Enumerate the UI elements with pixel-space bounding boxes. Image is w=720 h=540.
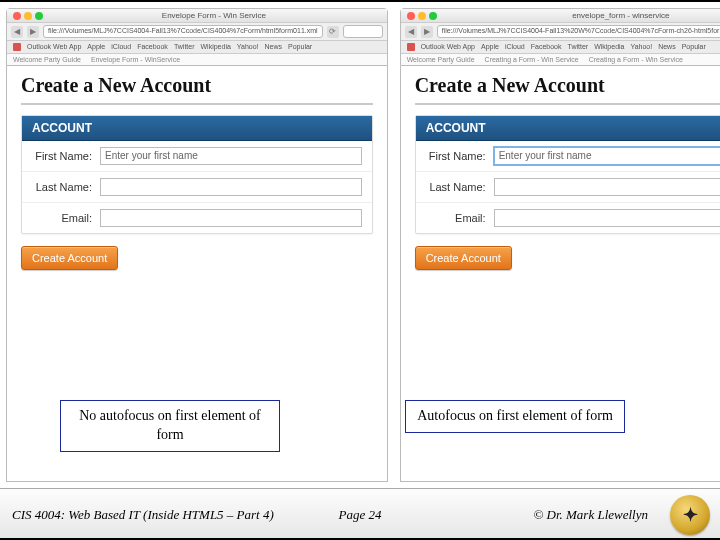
back-icon[interactable]: ◀	[11, 26, 23, 38]
url-bar[interactable]: file:///Volumes/MLJ%7CCIS4004-Fall13%20W…	[437, 25, 720, 38]
bookmark-item[interactable]: Popular	[288, 43, 312, 51]
bookmark-item[interactable]: Apple	[481, 43, 499, 51]
last-name-input[interactable]	[494, 178, 720, 196]
bookmark-item[interactable]: Outlook Web App	[27, 43, 81, 51]
email-input[interactable]	[494, 209, 720, 227]
caption-right: Autofocus on first element of form	[405, 400, 625, 433]
back-icon[interactable]: ◀	[405, 26, 417, 38]
tab[interactable]: Creating a Form - Win Service	[589, 56, 683, 63]
ucf-logo-icon: ✦	[670, 495, 710, 535]
browser-chrome-right: envelope_form - winservice ◀ ▶ file:///V…	[400, 8, 720, 66]
field-row-first-name: First Name: Enter your first name	[22, 141, 372, 172]
tab[interactable]: Welcome Party Guide	[13, 56, 81, 63]
bookmark-item[interactable]: iCloud	[505, 43, 525, 51]
browser-chrome-left: Envelope Form - Win Service ◀ ▶ file:///…	[6, 8, 388, 66]
create-account-button[interactable]: Create Account	[415, 246, 512, 270]
title-underline	[415, 103, 720, 105]
footer-page: Page 24	[339, 507, 382, 523]
field-row-first-name: First Name: Enter your first name	[416, 141, 720, 172]
email-input[interactable]	[100, 209, 362, 227]
field-row-email: Email:	[416, 203, 720, 233]
bookmark-item[interactable]: Wikipedia	[201, 43, 231, 51]
bookmark-icon	[13, 43, 21, 51]
bookmark-item[interactable]: Yahoo!	[630, 43, 652, 51]
tab[interactable]: Welcome Party Guide	[407, 56, 475, 63]
bookmark-item[interactable]: Twitter	[174, 43, 195, 51]
bookmark-item[interactable]: Wikipedia	[594, 43, 624, 51]
footer-copyright: © Dr. Mark Llewellyn	[533, 507, 648, 523]
close-icon[interactable]	[407, 12, 415, 20]
bookmark-item[interactable]: News	[265, 43, 283, 51]
last-name-label: Last Name:	[426, 181, 494, 193]
email-label: Email:	[32, 212, 100, 224]
first-name-label: First Name:	[426, 150, 494, 162]
window-controls	[407, 12, 437, 20]
last-name-input[interactable]	[100, 178, 362, 196]
email-label: Email:	[426, 212, 494, 224]
window-title: envelope_form - winservice	[441, 11, 720, 20]
tab[interactable]: Creating a Form - Win Service	[485, 56, 579, 63]
search-box[interactable]	[343, 25, 383, 38]
forward-icon[interactable]: ▶	[421, 26, 433, 38]
caption-left: No autofocus on first element of form	[60, 400, 280, 452]
footer-course: CIS 4004: Web Based IT (Inside HTML5 – P…	[12, 507, 274, 523]
first-name-input[interactable]: Enter your first name	[100, 147, 362, 165]
zoom-icon[interactable]	[429, 12, 437, 20]
close-icon[interactable]	[13, 12, 21, 20]
create-account-button[interactable]: Create Account	[21, 246, 118, 270]
form-card: ACCOUNT First Name: Enter your first nam…	[415, 115, 720, 234]
bookmark-item[interactable]: Twitter	[568, 43, 589, 51]
form-section-header: ACCOUNT	[22, 116, 372, 141]
bookmarks-bar: Outlook Web App Apple iCloud Facebook Tw…	[7, 41, 387, 54]
slide-footer: CIS 4004: Web Based IT (Inside HTML5 – P…	[0, 488, 720, 540]
bookmark-item[interactable]: Popular	[682, 43, 706, 51]
field-row-email: Email:	[22, 203, 372, 233]
tab-strip: Welcome Party Guide Creating a Form - Wi…	[401, 54, 720, 65]
window-title: Envelope Form - Win Service	[47, 11, 381, 20]
tab-strip: Welcome Party Guide Envelope Form - WinS…	[7, 54, 387, 65]
bookmark-item[interactable]: Yahoo!	[237, 43, 259, 51]
zoom-icon[interactable]	[35, 12, 43, 20]
bookmarks-bar: Outlook Web App Apple iCloud Facebook Tw…	[401, 41, 720, 54]
forward-icon[interactable]: ▶	[27, 26, 39, 38]
page-title: Create a New Account	[415, 74, 720, 97]
bookmark-item[interactable]: Facebook	[531, 43, 562, 51]
page-title: Create a New Account	[21, 74, 373, 97]
field-row-last-name: Last Name:	[416, 172, 720, 203]
bookmark-item[interactable]: Outlook Web App	[421, 43, 475, 51]
first-name-input[interactable]: Enter your first name	[494, 147, 720, 165]
tab[interactable]: Envelope Form - WinService	[91, 56, 180, 63]
minimize-icon[interactable]	[24, 12, 32, 20]
form-section-header: ACCOUNT	[416, 116, 720, 141]
title-underline	[21, 103, 373, 105]
titlebar: envelope_form - winservice	[401, 9, 720, 23]
bookmark-item[interactable]: iCloud	[111, 43, 131, 51]
bookmark-item[interactable]: Facebook	[137, 43, 168, 51]
bookmark-item[interactable]: Apple	[87, 43, 105, 51]
titlebar: Envelope Form - Win Service	[7, 9, 387, 23]
reload-icon[interactable]: ⟳	[327, 26, 339, 38]
bookmark-item[interactable]: News	[658, 43, 676, 51]
bookmark-icon	[407, 43, 415, 51]
first-name-label: First Name:	[32, 150, 100, 162]
url-bar[interactable]: file:///Volumes/MLJ%7CCIS4004-Fall13%7Cc…	[43, 25, 323, 38]
url-row: ◀ ▶ file:///Volumes/MLJ%7CCIS4004-Fall13…	[401, 23, 720, 41]
minimize-icon[interactable]	[418, 12, 426, 20]
last-name-label: Last Name:	[32, 181, 100, 193]
form-card: ACCOUNT First Name: Enter your first nam…	[21, 115, 373, 234]
url-row: ◀ ▶ file:///Volumes/MLJ%7CCIS4004-Fall13…	[7, 23, 387, 41]
window-controls	[13, 12, 43, 20]
field-row-last-name: Last Name:	[22, 172, 372, 203]
